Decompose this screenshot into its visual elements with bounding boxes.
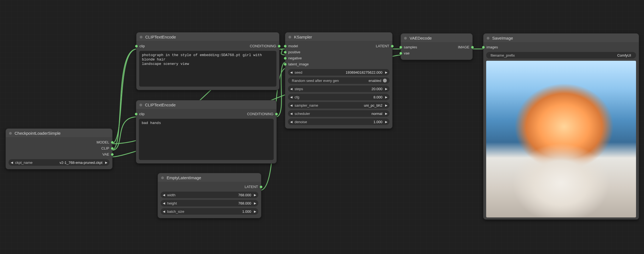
node-title: CLIPTextEncode <box>145 35 176 39</box>
port-output-model[interactable] <box>111 141 114 144</box>
node-checkpoint-loader-simple[interactable]: CheckpointLoaderSimple MODEL CLIP VAE ◀ … <box>5 128 113 169</box>
batch-size-label: batch_size <box>166 209 184 214</box>
prompt-text[interactable]: bad hands <box>139 119 274 160</box>
chevron-right-icon[interactable]: ▶ <box>384 104 388 107</box>
node-clip-text-encode-negative[interactable]: CLIPTextEncode clip CONDITIONING bad han… <box>136 100 277 164</box>
input-latent-image: latent_image <box>288 61 309 67</box>
chevron-right-icon[interactable]: ▶ <box>253 201 257 205</box>
prompt-text-widget[interactable]: photograph in the style of embedding:SDA… <box>139 51 276 87</box>
port-input-positive[interactable] <box>284 51 287 54</box>
chevron-right-icon[interactable]: ▶ <box>384 120 388 124</box>
seed-widget[interactable]: ◀ seed 193694018275622.000 ▶ <box>288 69 390 76</box>
batch-size-value: 1.000 <box>184 209 253 214</box>
port-input-latent-image[interactable] <box>284 63 287 66</box>
collapse-dot-icon[interactable] <box>161 176 164 179</box>
collapse-dot-icon[interactable] <box>9 132 12 135</box>
port-input-samples[interactable] <box>399 46 402 49</box>
width-value: 768.000 <box>175 193 253 197</box>
sampler-name-widget[interactable]: ◀ sampler_name uni_pc_bh2 ▶ <box>288 102 390 109</box>
chevron-right-icon[interactable]: ▶ <box>384 112 388 115</box>
height-value: 768.000 <box>177 201 253 205</box>
port-output-conditioning[interactable] <box>278 45 281 48</box>
chevron-left-icon[interactable]: ◀ <box>162 193 166 197</box>
output-vae: VAE <box>102 151 109 158</box>
node-title: VAEDecode <box>410 36 432 40</box>
node-header[interactable]: CheckpointLoaderSimple <box>6 129 112 137</box>
chevron-left-icon[interactable]: ◀ <box>162 210 166 213</box>
chevron-left-icon[interactable]: ◀ <box>289 104 293 107</box>
node-header[interactable]: KSampler <box>285 32 392 41</box>
random-seed-value: enabled <box>369 79 381 83</box>
width-label: width <box>166 193 175 197</box>
output-conditioning: CONDITIONING <box>250 43 276 49</box>
denoise-label: denoise <box>293 120 307 124</box>
chevron-right-icon[interactable]: ▶ <box>253 210 257 213</box>
denoise-widget[interactable]: ◀ denoise 1.000 ▶ <box>288 118 390 125</box>
height-widget[interactable]: ◀ height 768.000 ▶ <box>161 200 258 206</box>
node-header[interactable]: CLIPTextEncode <box>136 32 279 41</box>
chevron-left-icon[interactable]: ◀ <box>289 120 293 124</box>
output-latent: LATENT <box>376 43 389 49</box>
chevron-left-icon[interactable]: ◀ <box>10 161 14 164</box>
node-empty-latent-image[interactable]: EmptyLatentImage LATENT ◀ width 768.000 … <box>158 173 261 218</box>
port-output-vae[interactable] <box>111 153 114 156</box>
seed-label: seed <box>293 70 302 74</box>
batch-size-widget[interactable]: ◀ batch_size 1.000 ▶ <box>161 208 258 215</box>
collapse-dot-icon[interactable] <box>487 37 489 40</box>
node-header[interactable]: VAEDecode <box>401 34 472 42</box>
collapse-dot-icon[interactable] <box>404 37 407 40</box>
port-output-conditioning[interactable] <box>275 113 278 115</box>
node-vae-decode[interactable]: VAEDecode samples IMAGE vae <box>401 33 473 60</box>
output-model: MODEL <box>97 139 109 145</box>
port-input-vae[interactable] <box>399 52 402 55</box>
node-header[interactable]: CLIPTextEncode <box>136 100 276 109</box>
chevron-left-icon[interactable]: ◀ <box>289 87 293 91</box>
output-clip: CLIP <box>101 145 109 151</box>
sampler-name-label: sampler_name <box>293 103 318 107</box>
node-header[interactable]: SaveImage <box>483 34 639 42</box>
port-output-latent[interactable] <box>260 186 262 188</box>
ckpt-name-widget[interactable]: ◀ ckpt_name v2-1_768-ema-pruned.ckpt ▶ <box>9 159 110 166</box>
prompt-text-widget[interactable]: bad hands <box>139 119 274 160</box>
node-save-image[interactable]: SaveImage images filename_prefix ComfyUI <box>483 33 639 220</box>
filename-prefix-label: filename_prefix <box>489 53 515 57</box>
port-input-clip[interactable] <box>135 45 138 48</box>
input-images: images <box>486 44 498 50</box>
chevron-left-icon[interactable]: ◀ <box>289 71 293 74</box>
port-input-model[interactable] <box>284 45 287 48</box>
collapse-dot-icon[interactable] <box>139 104 142 106</box>
node-clip-text-encode-positive[interactable]: CLIPTextEncode clip CONDITIONING photogr… <box>136 32 279 90</box>
chevron-left-icon[interactable]: ◀ <box>162 201 166 205</box>
chevron-left-icon[interactable]: ◀ <box>289 112 293 115</box>
ckpt-name-value: v2-1_768-ema-pruned.ckpt <box>33 161 104 165</box>
scheduler-widget[interactable]: ◀ scheduler normal ▶ <box>288 110 390 117</box>
port-input-images[interactable] <box>482 46 485 49</box>
port-output-image[interactable] <box>471 46 474 49</box>
port-output-latent[interactable] <box>391 45 394 48</box>
cfg-widget[interactable]: ◀ cfg 8.000 ▶ <box>288 94 390 100</box>
port-input-negative[interactable] <box>284 57 287 60</box>
input-positive: positive <box>288 49 300 55</box>
chevron-left-icon[interactable]: ◀ <box>289 95 293 99</box>
chevron-right-icon[interactable]: ▶ <box>384 95 388 99</box>
width-widget[interactable]: ◀ width 768.000 ▶ <box>161 192 258 198</box>
filename-prefix-widget[interactable]: filename_prefix ComfyUI <box>486 52 636 59</box>
sampler-name-value: uni_pc_bh2 <box>318 103 384 107</box>
output-image: IMAGE <box>458 44 469 50</box>
output-image-preview <box>486 61 636 217</box>
collapse-dot-icon[interactable] <box>289 36 291 38</box>
steps-label: steps <box>293 87 303 91</box>
random-seed-toggle[interactable]: Random seed after every gen enabled <box>288 77 390 84</box>
port-input-clip[interactable] <box>135 113 138 115</box>
port-output-clip[interactable] <box>111 147 114 150</box>
toggle-knob-icon[interactable] <box>383 79 387 82</box>
node-ksampler[interactable]: KSampler model LATENT positive negative … <box>285 32 393 129</box>
chevron-right-icon[interactable]: ▶ <box>384 87 388 91</box>
steps-widget[interactable]: ◀ steps 20.000 ▶ <box>288 85 390 92</box>
collapse-dot-icon[interactable] <box>140 36 142 38</box>
chevron-right-icon[interactable]: ▶ <box>104 161 108 164</box>
chevron-right-icon[interactable]: ▶ <box>253 193 257 197</box>
prompt-text[interactable]: photograph in the style of embedding:SDA… <box>139 51 276 87</box>
node-header[interactable]: EmptyLatentImage <box>158 173 261 182</box>
chevron-right-icon[interactable]: ▶ <box>384 71 388 74</box>
